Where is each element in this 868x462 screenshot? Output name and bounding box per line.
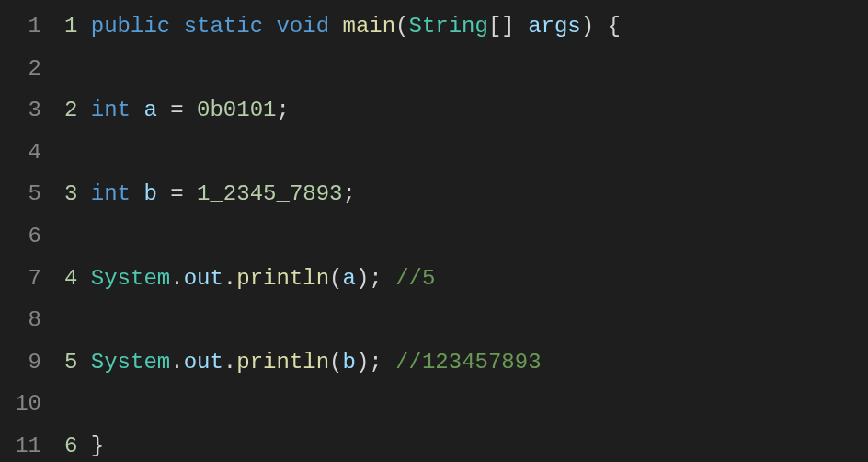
code-token: 3	[64, 181, 77, 206]
code-token: );	[356, 350, 395, 375]
code-token	[263, 14, 276, 39]
line-number: 1	[0, 6, 41, 48]
code-token: int	[91, 181, 131, 206]
code-line[interactable]	[64, 132, 868, 174]
code-token: out	[184, 350, 223, 375]
code-line[interactable]: 1 public static void main(String[] args)…	[64, 6, 868, 48]
code-token: ;	[276, 98, 289, 122]
code-token: .	[170, 350, 183, 375]
code-token: []	[488, 14, 528, 39]
code-token	[131, 181, 143, 206]
code-token: b	[343, 350, 356, 375]
code-token: a	[343, 266, 356, 291]
code-token: a	[143, 98, 156, 122]
code-token: System	[91, 350, 170, 375]
code-token: .	[170, 266, 183, 291]
code-token: //5	[395, 266, 435, 291]
code-token: 1	[64, 14, 77, 39]
line-number: 2	[0, 48, 41, 90]
code-token: =	[157, 98, 197, 122]
code-token: .	[223, 350, 236, 375]
code-token: 1_2345_7893	[197, 181, 342, 206]
code-line[interactable]	[64, 383, 868, 425]
code-token: 0b0101	[197, 98, 276, 122]
code-token: args	[528, 14, 581, 39]
line-number: 5	[0, 173, 41, 215]
code-token	[77, 14, 90, 39]
code-area[interactable]: 1 public static void main(String[] args)…	[51, 0, 868, 462]
line-number: 10	[0, 383, 41, 425]
code-token: ) {	[581, 14, 621, 39]
code-token	[77, 98, 90, 122]
code-token: void	[276, 14, 329, 39]
line-number: 4	[0, 132, 41, 174]
code-line[interactable]: 3 int b = 1_2345_7893;	[64, 173, 868, 215]
code-token: .	[223, 266, 236, 291]
code-token	[77, 350, 90, 375]
code-token: 6	[64, 433, 77, 458]
code-token: //123457893	[395, 350, 541, 375]
code-token: );	[356, 266, 395, 291]
line-number: 9	[0, 341, 41, 384]
code-line[interactable]: 2 int a = 0b0101;	[64, 89, 868, 132]
code-line[interactable]: 4 System.out.println(a); //5	[64, 258, 868, 300]
code-token: println	[236, 266, 329, 291]
line-number: 6	[0, 215, 41, 258]
line-number: 11	[0, 425, 41, 462]
code-token: String	[409, 14, 488, 39]
code-token: out	[184, 266, 223, 291]
code-token: (	[329, 350, 342, 375]
code-token: static	[184, 14, 263, 39]
line-number-gutter: 1234567891011	[0, 0, 51, 462]
code-token: public	[91, 14, 170, 39]
code-line[interactable]: 5 System.out.println(b); //123457893	[64, 341, 868, 384]
code-token: println	[236, 350, 329, 375]
code-token: System	[91, 266, 170, 291]
code-line[interactable]: 6 }	[64, 425, 868, 462]
code-token: main	[342, 14, 395, 39]
code-editor[interactable]: 1234567891011 1 public static void main(…	[0, 0, 868, 462]
code-token: int	[91, 98, 131, 122]
code-token	[77, 181, 90, 206]
code-token	[131, 98, 143, 122]
code-token: 2	[64, 98, 77, 122]
code-token	[329, 14, 342, 39]
line-number: 7	[0, 258, 41, 300]
line-number: 3	[0, 89, 41, 132]
code-line[interactable]	[64, 215, 868, 258]
code-token: 5	[64, 350, 77, 375]
code-token: b	[143, 181, 156, 206]
code-token: (	[329, 266, 342, 291]
code-token: 4	[64, 266, 77, 291]
code-token	[170, 14, 183, 39]
code-line[interactable]	[64, 48, 868, 90]
code-token: ;	[343, 181, 356, 206]
code-token	[77, 266, 90, 291]
code-token: }	[77, 433, 104, 458]
code-line[interactable]	[64, 299, 868, 341]
code-token: (	[395, 14, 408, 39]
code-token: =	[157, 181, 197, 206]
line-number: 8	[0, 299, 41, 341]
